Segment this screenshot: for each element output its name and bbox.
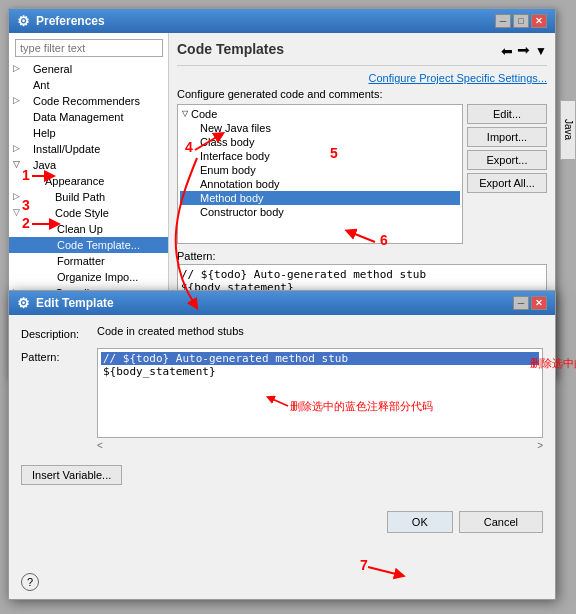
close-button[interactable]: ✕	[531, 14, 547, 28]
pattern-line2: ${body_statement}	[101, 365, 539, 378]
code-tree-item-new-java[interactable]: New Java files	[180, 121, 460, 135]
title-bar-controls: ─ □ ✕	[495, 14, 547, 28]
nav-fwd-icon[interactable]: ⮕	[517, 43, 531, 59]
ok-button[interactable]: OK	[387, 511, 453, 533]
sidebar-item-ant[interactable]: Ant	[9, 77, 168, 93]
nav-back-icon[interactable]: ⬅	[501, 43, 513, 59]
code-tree-item-annotation-body[interactable]: Annotation body	[180, 177, 460, 191]
side-tab[interactable]: Java	[560, 100, 576, 160]
import-button[interactable]: Import...	[467, 127, 547, 147]
sidebar-item-code-style[interactable]: ▽Code Style	[9, 205, 168, 221]
section-title: Code Templates	[177, 41, 284, 61]
sidebar-item-formatter[interactable]: Formatter	[9, 253, 168, 269]
config-label: Configure generated code and comments:	[177, 88, 547, 100]
sidebar-item-data-management[interactable]: Data Management	[9, 109, 168, 125]
dialog-buttons: OK Cancel	[9, 505, 555, 539]
edit-app-icon: ⚙	[17, 295, 30, 311]
dropdown-icon[interactable]: ▼	[535, 44, 547, 58]
help-icon[interactable]: ?	[21, 573, 39, 591]
sidebar-item-clean-up[interactable]: Clean Up	[9, 221, 168, 237]
sidebar-item-build-path[interactable]: ▷Build Path	[9, 189, 168, 205]
pattern-label: Pattern:	[177, 250, 547, 262]
sidebar-item-java[interactable]: ▽Java	[9, 157, 168, 173]
sidebar-item-help[interactable]: Help	[9, 125, 168, 141]
cancel-button[interactable]: Cancel	[459, 511, 543, 533]
code-tree[interactable]: ▽ Code New Java files Class body Interfa…	[177, 104, 463, 244]
minimize-button[interactable]: ─	[495, 14, 511, 28]
edit-body: Description: Code in created method stub…	[9, 315, 555, 501]
code-tree-buttons: Edit... Import... Export... Export All..…	[467, 104, 547, 244]
sidebar-item-general[interactable]: ▷General	[9, 61, 168, 77]
edit-minimize-button[interactable]: ─	[513, 296, 529, 310]
code-tree-item-code[interactable]: ▽ Code	[180, 107, 460, 121]
code-tree-item-class-body[interactable]: Class body	[180, 135, 460, 149]
sidebar-item-organize-imports[interactable]: Organize Impo...	[9, 269, 168, 285]
pattern-line1: // ${todo} Auto-generated method stub	[101, 352, 539, 365]
code-tree-item-method-body[interactable]: Method body	[180, 191, 460, 205]
sidebar-item-code-templates[interactable]: Code Template...	[9, 237, 168, 253]
description-value: Code in created method stubs	[97, 325, 543, 337]
edit-title-bar: ⚙ Edit Template ─ ✕	[9, 291, 555, 315]
edit-close-button[interactable]: ✕	[531, 296, 547, 310]
description-label: Description:	[21, 325, 89, 340]
code-tree-item-enum-body[interactable]: Enum body	[180, 163, 460, 177]
maximize-button[interactable]: □	[513, 14, 529, 28]
sidebar-item-appearance[interactable]: Appearance	[9, 173, 168, 189]
pattern-editor[interactable]: // ${todo} Auto-generated method stub ${…	[97, 348, 543, 438]
edit-dialog: ⚙ Edit Template ─ ✕ Description: Code in…	[8, 290, 556, 600]
edit-button[interactable]: Edit...	[467, 104, 547, 124]
export-button[interactable]: Export...	[467, 150, 547, 170]
edit-dialog-title: Edit Template	[36, 296, 114, 310]
code-tree-item-interface-body[interactable]: Interface body	[180, 149, 460, 163]
description-row: Description: Code in created method stub…	[21, 325, 543, 340]
export-all-button[interactable]: Export All...	[467, 173, 547, 193]
window-title: Preferences	[36, 14, 105, 28]
code-tree-container: ▽ Code New Java files Class body Interfa…	[177, 104, 547, 244]
app-icon: ⚙	[17, 13, 30, 29]
sidebar-item-code-recommenders[interactable]: ▷Code Recommenders	[9, 93, 168, 109]
sidebar-item-install-update[interactable]: ▷Install/Update	[9, 141, 168, 157]
title-bar: ⚙ Preferences ─ □ ✕	[9, 9, 555, 33]
config-link[interactable]: Configure Project Specific Settings...	[177, 72, 547, 84]
pattern-field-label: Pattern:	[21, 348, 89, 363]
chinese-annotation: 删除选中的蓝色注释部分代码	[530, 356, 576, 371]
filter-input[interactable]	[15, 39, 163, 57]
insert-variable-button[interactable]: Insert Variable...	[21, 465, 122, 485]
code-tree-item-constructor-body[interactable]: Constructor body	[180, 205, 460, 219]
pattern-row: Pattern: // ${todo} Auto-generated metho…	[21, 348, 543, 451]
